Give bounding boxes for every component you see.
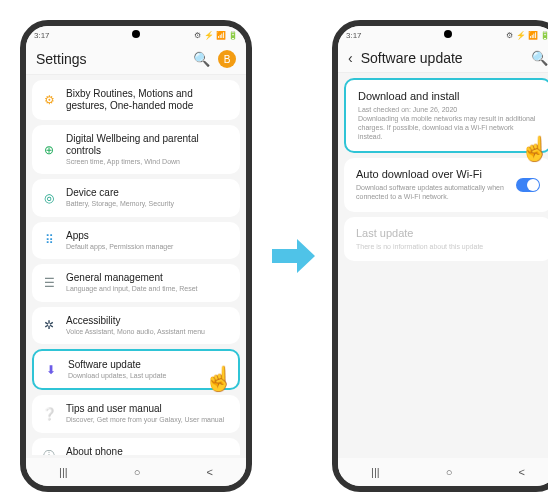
wellbeing-icon: ⊕	[42, 143, 56, 157]
settings-item[interactable]: ❔Tips and user manualDiscover, Get more …	[32, 395, 240, 432]
nav-home[interactable]: ○	[446, 466, 453, 478]
status-icons: ⚙ ⚡ 📶 🔋	[506, 31, 548, 40]
nav-bar: ||| ○ <	[338, 458, 548, 486]
settings-item[interactable]: ⚙Bixby Routines, Motions and gestures, O…	[32, 80, 240, 120]
update-section[interactable]: Download and installLast checked on: Jun…	[344, 78, 548, 153]
settings-item[interactable]: ⊕Digital Wellbeing and parental controls…	[32, 125, 240, 174]
device-care-icon: ◎	[42, 191, 56, 205]
settings-item[interactable]: ⬇Software updateDownload updates, Last u…	[32, 349, 240, 390]
item-sub: Language and input, Date and time, Reset	[66, 285, 230, 293]
status-icons: ⚙ ⚡ 📶 🔋	[194, 31, 238, 40]
item-title: Device care	[66, 187, 230, 199]
nav-home[interactable]: ○	[134, 466, 141, 478]
tips-icon: ❔	[42, 407, 56, 421]
item-sub: Voice Assistant, Mono audio, Assistant m…	[66, 328, 230, 336]
nav-back[interactable]: <	[519, 466, 525, 478]
section-title: Download and install	[358, 90, 538, 102]
nav-bar: ||| ○ <	[26, 458, 246, 486]
nav-recent[interactable]: |||	[59, 466, 68, 478]
pointer-icon: ☝	[204, 365, 232, 393]
header: Settings 🔍 B	[26, 44, 246, 75]
pointer-icon: ☝	[520, 135, 548, 163]
update-section[interactable]: Auto download over Wi-FiDownload softwar…	[344, 158, 548, 211]
settings-item[interactable]: ◎Device careBattery, Storage, Memory, Se…	[32, 179, 240, 216]
item-title: About phone	[66, 446, 230, 455]
item-title: Digital Wellbeing and parental controls	[66, 133, 230, 157]
page-title: Software update	[361, 50, 523, 66]
status-time: 3:17	[346, 31, 362, 40]
back-icon[interactable]: ‹	[348, 50, 353, 66]
settings-list: ⚙Bixby Routines, Motions and gestures, O…	[26, 75, 246, 455]
avatar[interactable]: B	[218, 50, 236, 68]
update-section: Last updateThere is no information about…	[344, 217, 548, 261]
update-icon: ⬇	[44, 363, 58, 377]
toggle-switch[interactable]	[516, 178, 540, 192]
section-title: Auto download over Wi-Fi	[356, 168, 508, 180]
update-list: Download and installLast checked on: Jun…	[338, 73, 548, 453]
item-title: General management	[66, 272, 230, 284]
search-icon[interactable]: 🔍	[193, 51, 210, 67]
item-title: Accessibility	[66, 315, 230, 327]
camera-notch	[444, 30, 452, 38]
search-icon[interactable]: 🔍	[531, 50, 548, 66]
apps-icon: ⠿	[42, 233, 56, 247]
about-icon: ⓘ	[42, 449, 56, 455]
nav-recent[interactable]: |||	[371, 466, 380, 478]
item-sub: Battery, Storage, Memory, Security	[66, 200, 230, 208]
item-sub: Discover, Get more from your Galaxy, Use…	[66, 416, 230, 424]
item-title: Bixby Routines, Motions and gestures, On…	[66, 88, 230, 112]
section-sub: Last checked on: June 26, 2020Downloadin…	[358, 105, 538, 141]
routines-icon: ⚙	[42, 93, 56, 107]
settings-item[interactable]: ⓘAbout phoneStatus, Legal information, P…	[32, 438, 240, 455]
page-title: Settings	[36, 51, 185, 67]
general-icon: ☰	[42, 276, 56, 290]
phone-right: 3:17 ⚙ ⚡ 📶 🔋 ‹ Software update 🔍 Downloa…	[332, 20, 548, 492]
settings-item[interactable]: ✲AccessibilityVoice Assistant, Mono audi…	[32, 307, 240, 344]
item-title: Tips and user manual	[66, 403, 230, 415]
settings-item[interactable]: ☰General managementLanguage and input, D…	[32, 264, 240, 301]
accessibility-icon: ✲	[42, 318, 56, 332]
camera-notch	[132, 30, 140, 38]
item-sub: Default apps, Permission manager	[66, 243, 230, 251]
section-sub: Download software updates automatically …	[356, 183, 508, 201]
header: ‹ Software update 🔍	[338, 44, 548, 73]
item-sub: Screen time, App timers, Wind Down	[66, 158, 230, 166]
settings-item[interactable]: ⠿AppsDefault apps, Permission manager	[32, 222, 240, 259]
status-time: 3:17	[34, 31, 50, 40]
section-sub: There is no information about this updat…	[356, 242, 540, 251]
phone-left: 3:17 ⚙ ⚡ 📶 🔋 Settings 🔍 B ⚙Bixby Routine…	[20, 20, 252, 492]
nav-back[interactable]: <	[207, 466, 213, 478]
arrow-icon	[267, 231, 317, 281]
status-bar: 3:17 ⚙ ⚡ 📶 🔋	[338, 26, 548, 44]
item-title: Apps	[66, 230, 230, 242]
section-title: Last update	[356, 227, 540, 239]
